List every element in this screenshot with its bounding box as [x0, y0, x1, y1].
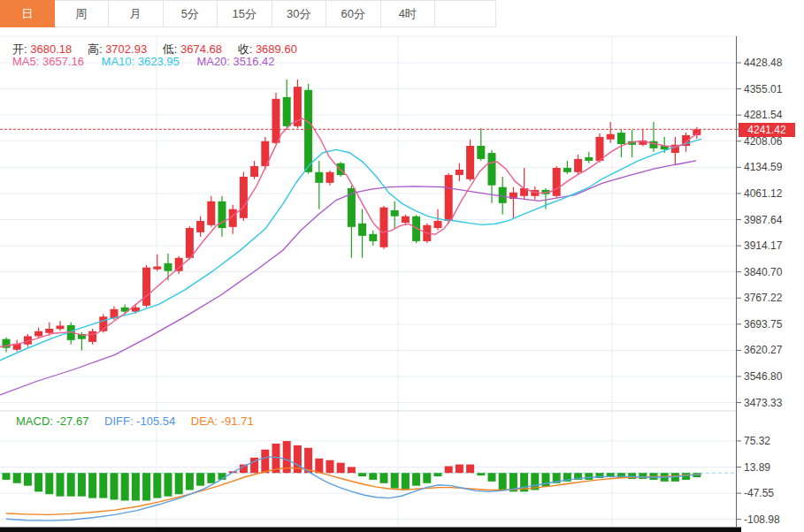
tab-interval-日[interactable]: 日 [0, 0, 55, 27]
low-label: 低: [163, 42, 178, 56]
axis-label: 3914.17 [744, 239, 783, 252]
candlestick-series[interactable] [3, 80, 701, 352]
axis-label: 3620.27 [744, 344, 783, 356]
open-label: 开: [12, 42, 27, 56]
dea-value: DEA: -91.71 [191, 414, 254, 428]
high-label: 高: [88, 42, 103, 56]
axis-label: 3473.33 [744, 397, 783, 409]
tab-interval-30分[interactable]: 30分 [272, 0, 327, 27]
tab-interval-月[interactable]: 月 [109, 0, 164, 27]
kline-chart-window: { "tabs": {"items": [ {"label": "日", "se… [0, 0, 804, 532]
tab-bar-filler [435, 0, 496, 27]
bottom-edge-bar [0, 528, 741, 532]
axis-label: 4355.01 [744, 83, 783, 95]
open-value: 3680.18 [30, 42, 72, 56]
axis-label: 4281.54 [744, 109, 783, 121]
axis-label: 4061.12 [744, 187, 783, 200]
current-price-tag: 4241.42 [739, 123, 795, 137]
axis-label: 4428.48 [744, 57, 783, 69]
axis-label: 3693.75 [744, 318, 783, 331]
close-value: 3689.60 [256, 42, 297, 56]
axis-label: 75.32 [744, 435, 770, 447]
ma20-value: MA20: 3516.42 [196, 55, 274, 68]
chart-canvas[interactable]: 4428.484355.014281.544208.064134.594061.… [0, 0, 804, 532]
tab-interval-周[interactable]: 周 [55, 0, 110, 27]
high-value: 3702.93 [105, 42, 147, 56]
diff-value: DIFF: -105.54 [104, 414, 175, 428]
ma-readout: MA5: 3657.16 MA10: 3623.95 MA20: 3516.42 [12, 55, 289, 68]
axis-label: -108.98 [744, 513, 780, 526]
axis-label: 4134.59 [744, 161, 783, 173]
interval-tab-bar: 日周月5分15分30分60分4时 [0, 0, 496, 29]
tab-interval-15分[interactable]: 15分 [218, 0, 272, 27]
axis-label: 3840.70 [744, 266, 783, 278]
low-value: 3674.68 [180, 42, 222, 56]
axis-label: 3767.22 [744, 292, 783, 304]
ma5-value: MA5: 3657.16 [12, 55, 84, 68]
axis-label: 3987.64 [744, 214, 783, 226]
macd-value: MACD: -27.67 [16, 414, 88, 428]
tab-interval-4时[interactable]: 4时 [381, 0, 436, 27]
axis-label: -47.55 [744, 487, 774, 499]
price-axis: 4428.484355.014281.544208.064134.594061.… [736, 36, 783, 527]
tab-interval-60分[interactable]: 60分 [326, 0, 381, 27]
ma10-value: MA10: 3623.95 [102, 55, 180, 68]
close-label: 收: [238, 42, 253, 56]
tab-interval-5分[interactable]: 5分 [164, 0, 218, 27]
axis-label: 13.89 [744, 461, 770, 474]
axis-label: 3546.80 [744, 370, 783, 383]
grid-lines [0, 36, 736, 527]
macd-readout: MACD: -27.67 DIFF: -105.54 DEA: -91.71 [16, 414, 266, 428]
